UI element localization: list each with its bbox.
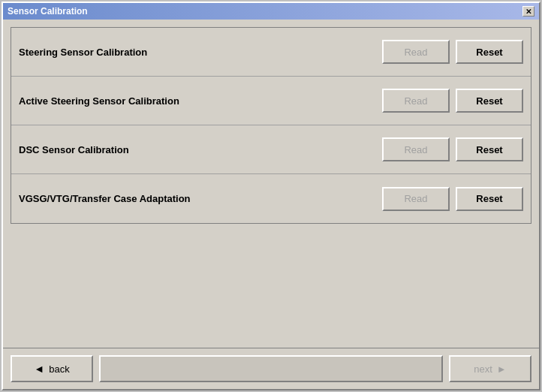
- calibration-table: Steering Sensor Calibration Read Reset A…: [11, 27, 531, 224]
- row-active-steering: Active Steering Sensor Calibration Read …: [11, 77, 531, 125]
- btn-group-vgsg: Read Reset: [382, 187, 523, 211]
- reset-button-steering[interactable]: Reset: [456, 40, 523, 64]
- bottom-bar: ◄ back next ►: [3, 348, 539, 389]
- content-spacer: [11, 224, 531, 340]
- back-button[interactable]: ◄ back: [11, 355, 93, 382]
- row-label-vgsg: VGSG/VTG/Transfer Case Adaptation: [19, 193, 382, 204]
- window-title: Sensor Calibration: [8, 6, 88, 17]
- reset-button-active-steering[interactable]: Reset: [456, 89, 523, 113]
- row-label-active-steering: Active Steering Sensor Calibration: [19, 95, 382, 107]
- read-button-dsc[interactable]: Read: [382, 137, 450, 161]
- btn-group-active-steering: Read Reset: [382, 89, 523, 113]
- read-button-active-steering[interactable]: Read: [382, 89, 450, 113]
- read-button-steering[interactable]: Read: [382, 40, 450, 64]
- btn-group-steering: Read Reset: [382, 40, 523, 64]
- row-vgsg-vtg: VGSG/VTG/Transfer Case Adaptation Read R…: [11, 174, 531, 223]
- row-steering-sensor: Steering Sensor Calibration Read Reset: [11, 28, 531, 77]
- row-dsc-sensor: DSC Sensor Calibration Read Reset: [11, 125, 531, 174]
- back-arrow-icon: ◄: [34, 363, 44, 375]
- read-button-vgsg[interactable]: Read: [382, 187, 450, 211]
- title-bar: Sensor Calibration ✕: [3, 3, 539, 20]
- row-label-steering: Steering Sensor Calibration: [19, 47, 382, 58]
- next-label: next: [474, 363, 492, 375]
- reset-button-dsc[interactable]: Reset: [456, 137, 523, 161]
- back-label: back: [49, 363, 69, 375]
- btn-group-dsc: Read Reset: [382, 137, 523, 161]
- close-button[interactable]: ✕: [522, 6, 534, 17]
- next-arrow-icon: ►: [497, 363, 507, 375]
- sensor-calibration-window: Sensor Calibration ✕ Steering Sensor Cal…: [2, 2, 540, 390]
- next-button[interactable]: next ►: [449, 355, 531, 382]
- progress-area: [99, 355, 443, 382]
- content-area: Steering Sensor Calibration Read Reset A…: [3, 20, 539, 348]
- reset-button-vgsg[interactable]: Reset: [456, 187, 523, 211]
- row-label-dsc: DSC Sensor Calibration: [19, 144, 382, 155]
